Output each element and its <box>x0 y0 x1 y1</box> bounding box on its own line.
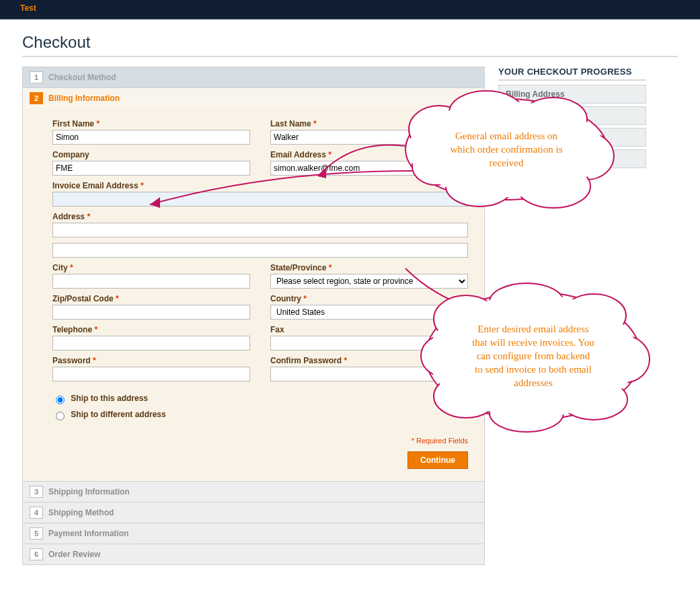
last-name-label: Last Name * <box>270 119 468 128</box>
city-label: City * <box>52 263 250 272</box>
step-label: Payment Information <box>48 529 128 538</box>
step-billing-information[interactable]: 2 Billing Information <box>23 87 484 108</box>
address-line2-input[interactable] <box>52 243 468 258</box>
invoice-email-input[interactable] <box>52 192 468 207</box>
step-shipping-method[interactable]: 4 Shipping Method <box>23 502 484 523</box>
topbar-link[interactable]: Test <box>20 3 36 13</box>
country-select[interactable]: United States <box>270 305 468 320</box>
ship-to-this-label: Ship to this address <box>71 394 148 403</box>
billing-form: First Name * Last Name * <box>23 108 484 481</box>
topbar: Test <box>0 0 700 20</box>
step-payment-information[interactable]: 5 Payment Information <box>23 523 484 544</box>
ship-to-this-radio[interactable] <box>56 396 65 404</box>
progress-payment-method[interactable]: Payment Method <box>498 149 646 168</box>
confirm-password-label: Confirm Password * <box>270 356 468 365</box>
last-name-input[interactable] <box>270 130 468 145</box>
step-checkout-method[interactable]: 1 Checkout Method <box>23 67 484 87</box>
zip-input[interactable] <box>52 305 250 320</box>
step-num: 4 <box>30 507 43 519</box>
telephone-label: Telephone * <box>52 325 250 334</box>
state-select[interactable]: Please select region, state or province <box>270 274 468 289</box>
progress-shipping-method[interactable]: Shipping Method <box>498 128 646 147</box>
required-fields-note: * Required Fields <box>52 437 468 445</box>
page-title: Checkout <box>22 33 678 52</box>
step-num: 3 <box>30 486 43 498</box>
first-name-input[interactable] <box>52 130 250 145</box>
company-input[interactable] <box>52 161 250 176</box>
fax-input[interactable] <box>270 336 468 351</box>
email-label: Email Address * <box>270 150 468 159</box>
state-label: State/Province * <box>270 263 468 272</box>
title-divider <box>22 56 678 57</box>
fax-label: Fax <box>270 325 468 334</box>
ship-to-different-label: Ship to different address <box>71 410 165 419</box>
invoice-email-label: Invoice Email Address * <box>52 181 468 190</box>
address-line1-input[interactable] <box>52 223 468 237</box>
ship-to-different-radio[interactable] <box>56 412 65 420</box>
address-label: Address * <box>52 212 468 221</box>
checkout-progress-sidebar: YOUR CHECKOUT PROGRESS Billing Address S… <box>498 67 646 171</box>
step-order-review[interactable]: 6 Order Review <box>23 544 484 564</box>
city-input[interactable] <box>52 274 250 289</box>
step-label: Order Review <box>48 550 100 559</box>
first-name-label: First Name * <box>52 119 250 128</box>
password-input[interactable] <box>52 367 250 381</box>
step-label: Shipping Information <box>48 487 130 496</box>
country-label: Country * <box>270 294 468 303</box>
confirm-password-input[interactable] <box>270 367 468 381</box>
progress-billing-address[interactable]: Billing Address <box>498 85 646 104</box>
progress-title: YOUR CHECKOUT PROGRESS <box>498 67 646 81</box>
step-shipping-information[interactable]: 3 Shipping Information <box>23 481 484 502</box>
zip-label: Zip/Postal Code * <box>52 294 250 303</box>
step-num: 2 <box>30 92 43 104</box>
step-label: Shipping Method <box>48 508 114 517</box>
email-input[interactable] <box>270 161 468 176</box>
step-label: Billing Information <box>48 94 120 103</box>
progress-shipping-address[interactable]: Shipping Address <box>498 106 646 125</box>
step-num: 1 <box>30 71 43 83</box>
continue-button[interactable]: Continue <box>407 451 468 469</box>
company-label: Company <box>52 150 250 159</box>
step-num: 5 <box>30 527 43 540</box>
step-label: Checkout Method <box>48 73 116 82</box>
telephone-input[interactable] <box>52 336 250 351</box>
checkout-accordion: 1 Checkout Method 2 Billing Information … <box>22 67 485 565</box>
password-label: Password * <box>52 356 250 365</box>
step-num: 6 <box>30 548 43 560</box>
